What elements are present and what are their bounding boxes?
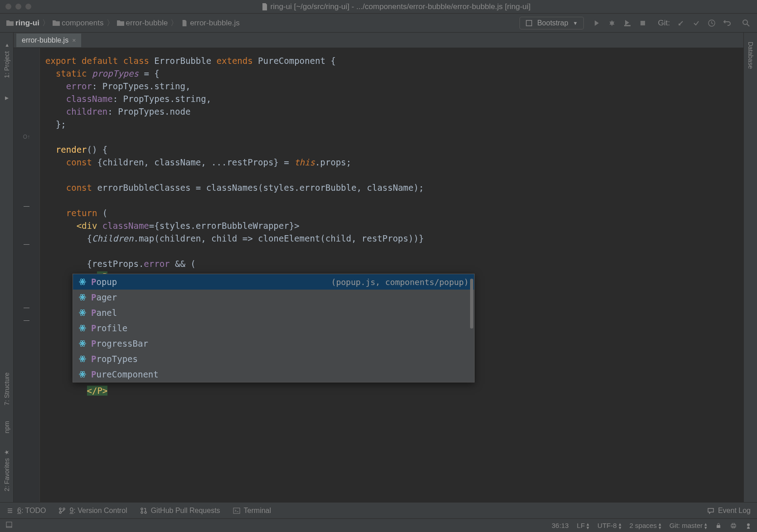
tool-vcs[interactable]: 9: Version Control — [58, 507, 127, 515]
breadcrumb-item-folder[interactable]: error-bubble — [117, 19, 168, 28]
override-icon[interactable]: O↑ — [14, 131, 39, 143]
svg-point-18 — [82, 327, 83, 329]
react-icon — [78, 355, 87, 363]
checkmark-icon — [693, 19, 700, 27]
bug-icon — [608, 19, 616, 27]
completion-item[interactable]: PropTypes — [73, 351, 474, 367]
tool-todo[interactable]: 6: TODO — [6, 507, 46, 515]
svg-point-5 — [743, 20, 747, 24]
tool-tab-structure[interactable]: 7: Structure — [2, 368, 11, 410]
close-tab-icon[interactable]: × — [72, 37, 76, 44]
file-icon — [262, 3, 268, 10]
svg-rect-42 — [717, 525, 720, 528]
git-history-button[interactable] — [707, 19, 716, 28]
printer-icon — [730, 522, 737, 529]
folder-icon — [53, 20, 60, 26]
tool-event-log[interactable]: Event Log — [707, 507, 751, 515]
svg-point-37 — [141, 508, 143, 510]
stop-button[interactable] — [638, 19, 647, 28]
breadcrumb-item-project[interactable]: ring-ui — [6, 19, 39, 28]
tool-windows-toggle[interactable] — [5, 521, 15, 530]
branch-icon — [58, 507, 66, 514]
right-tool-strip: Database — [743, 33, 757, 502]
inspector-icon — [745, 522, 752, 529]
tool-tab-project[interactable]: 1: Project ▸ — [2, 37, 11, 82]
collapse-icon[interactable]: — — [14, 237, 39, 250]
updown-icon: ▴▾ — [587, 522, 589, 529]
svg-point-39 — [145, 512, 146, 513]
editor-tabs: error-bubble.js × — [14, 33, 743, 48]
svg-point-10 — [82, 296, 83, 298]
close-window-icon[interactable] — [5, 4, 11, 10]
breadcrumb: ring-ui 〉 components 〉 error-bubble 〉 er… — [6, 18, 240, 28]
status-indent[interactable]: 2 spaces ▴▾ — [630, 522, 661, 529]
status-print-icon[interactable] — [730, 522, 737, 529]
stop-icon — [640, 20, 646, 26]
collapse-icon[interactable]: — — [14, 199, 39, 212]
status-hector-icon[interactable] — [745, 522, 752, 529]
chevron-down-icon: ▼ — [573, 20, 578, 26]
coverage-button[interactable] — [623, 19, 632, 28]
pull-request-icon — [140, 507, 147, 514]
editor-tab[interactable]: error-bubble.js × — [16, 34, 81, 47]
run-config-dropdown[interactable]: Bootstrap ▼ — [519, 17, 583, 29]
code-editor[interactable]: O↑ — — — — export default class ErrorBub… — [14, 48, 743, 502]
breadcrumb-item-folder[interactable]: components — [53, 19, 104, 28]
updown-icon: ▴▾ — [659, 522, 661, 529]
collapse-icon[interactable]: — — [14, 301, 39, 314]
tool-github-pr[interactable]: GitHub Pull Requests — [140, 507, 220, 515]
tool-tab-database[interactable]: Database — [746, 37, 755, 73]
completion-item[interactable]: ProgressBar — [73, 336, 474, 351]
status-encoding[interactable]: UTF-8 ▴▾ — [597, 522, 621, 529]
update-icon — [677, 19, 684, 27]
git-revert-button[interactable] — [723, 19, 732, 28]
code-completion-popup: Popup (popup.js, components/popup) Pager… — [73, 274, 475, 382]
completion-item[interactable]: Panel — [73, 305, 474, 320]
chevron-right-icon: 〉 — [42, 18, 50, 28]
completion-item[interactable]: PureComponent — [73, 367, 474, 382]
debug-button[interactable] — [607, 19, 616, 28]
chevron-right-icon: 〉 — [107, 18, 114, 28]
revert-icon — [723, 19, 731, 27]
svg-rect-2 — [624, 25, 631, 26]
completion-item[interactable]: Popup (popup.js, components/popup) — [73, 274, 474, 290]
popup-scrollbar[interactable] — [470, 279, 473, 329]
search-button[interactable] — [742, 19, 751, 28]
npm-icon — [525, 19, 533, 27]
completion-item[interactable]: Profile — [73, 320, 474, 336]
git-update-button[interactable] — [676, 19, 685, 28]
tool-tab-npm[interactable]: npm — [2, 416, 11, 438]
editor-gutter: O↑ — — — — — [14, 48, 40, 502]
minimize-window-icon[interactable] — [15, 4, 21, 10]
breadcrumb-item-file[interactable]: error-bubble.js — [181, 19, 240, 28]
svg-point-46 — [747, 523, 750, 526]
project-files-icon[interactable]: ▸ — [5, 93, 9, 102]
git-commit-button[interactable] — [692, 19, 701, 28]
run-button[interactable] — [592, 19, 601, 28]
play-icon — [593, 20, 600, 26]
collapse-icon[interactable]: — — [14, 314, 39, 326]
git-label: Git: — [658, 19, 670, 28]
status-cursor-position[interactable]: 36:13 — [552, 522, 569, 529]
clock-icon — [708, 19, 716, 27]
status-line-ending[interactable]: LF ▴▾ — [577, 522, 590, 529]
status-git-branch[interactable]: Git: master ▴▾ — [670, 522, 707, 529]
svg-rect-40 — [233, 508, 240, 513]
folder-icon: ▸ — [3, 42, 10, 48]
status-lock-icon[interactable] — [715, 522, 722, 529]
svg-point-34 — [59, 508, 61, 510]
svg-point-36 — [63, 508, 65, 510]
completion-item[interactable]: Pager — [73, 290, 474, 305]
list-icon — [6, 507, 14, 514]
maximize-window-icon[interactable] — [25, 4, 31, 10]
window-title: ring-ui [~/go/src/ring-ui] - .../compone… — [40, 2, 752, 11]
react-icon — [78, 370, 87, 378]
react-icon — [78, 309, 87, 317]
folder-icon — [6, 20, 14, 26]
coverage-icon — [624, 19, 631, 27]
svg-point-22 — [82, 343, 83, 344]
svg-point-38 — [141, 512, 143, 513]
tool-tab-favorites[interactable]: 2: Favorites ★ — [2, 444, 11, 496]
tool-terminal[interactable]: Terminal — [233, 507, 271, 515]
statusbar: 36:13 LF ▴▾ UTF-8 ▴▾ 2 spaces ▴▾ Git: ma… — [0, 518, 757, 532]
